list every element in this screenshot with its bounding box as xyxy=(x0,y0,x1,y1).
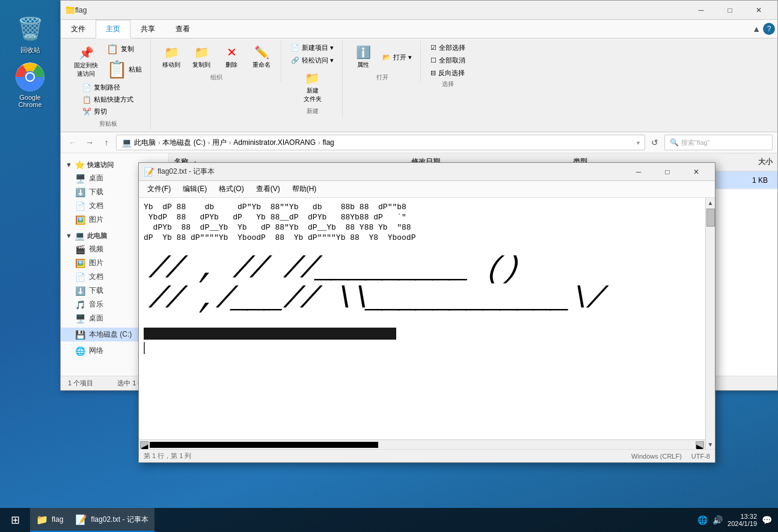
sidebar-pics-label: 图片 xyxy=(89,215,103,225)
taskbar-notepad-label: flag02.txt - 记事本 xyxy=(91,515,148,525)
deselect-all-icon: ☐ xyxy=(430,57,436,64)
sidebar-video-label: 视频 xyxy=(89,244,103,254)
deselect-all-button[interactable]: ☐ 全部取消 xyxy=(427,55,469,66)
menu-format[interactable]: 格式(O) xyxy=(213,182,250,196)
properties-button[interactable]: ℹ️ 属性 xyxy=(349,43,378,72)
chrome-icon[interactable]: Google Chrome xyxy=(6,60,54,111)
copy-path-button[interactable]: 📄 复制路径 xyxy=(79,82,137,93)
tab-share[interactable]: 共享 xyxy=(130,20,165,38)
cdrive-icon: 💾 xyxy=(75,330,85,340)
start-button[interactable]: ⊞ xyxy=(0,508,30,532)
notepad-encoding: Windows (CRLF) xyxy=(631,453,682,460)
address-bar[interactable]: 💻 此电脑 › 本地磁盘 (C:) › 用户 › Administrator.X… xyxy=(116,135,645,150)
path-dropdown-icon[interactable]: ▾ xyxy=(637,139,640,146)
ascii-line3: dPYb 88 dP__Yb Yb dP 88"Yb dP__Yb 88 Y88… xyxy=(144,223,700,233)
taskbar-notepad-icon: 📝 xyxy=(75,514,87,525)
scroll-down-arrow[interactable]: ▼ xyxy=(706,439,715,449)
notepad-charset: UTF-8 xyxy=(691,453,710,460)
rename-button[interactable]: ✏️ 重命名 xyxy=(247,43,276,72)
h-scroll-right[interactable]: ▶ xyxy=(696,441,704,448)
taskbar-tray: 🌐 🔊 13:32 2024/1/19 💬 xyxy=(691,513,778,527)
clock[interactable]: 13:32 2024/1/19 xyxy=(727,513,757,527)
notepad-textarea[interactable]: Yb dP 88 db dP"Yb 88""Yb db 88b 88 dP""b… xyxy=(139,198,705,439)
taskbar-explorer-icon: 📁 xyxy=(36,514,48,525)
ascii-line2: YbdP 88 dPYb dP Yb 88__dP dPYb 88Yb88 dP… xyxy=(144,213,700,223)
scroll-up-arrow[interactable]: ▲ xyxy=(706,198,715,207)
start-icon: ⊞ xyxy=(11,513,20,527)
back-button[interactable]: ← xyxy=(66,135,80,150)
move-button[interactable]: 📁 移动到 xyxy=(157,43,186,72)
path-flag: flag xyxy=(322,138,334,147)
pics2-icon: 🖼️ xyxy=(75,258,85,268)
scroll-thumb[interactable] xyxy=(706,209,715,227)
new-buttons: 📄 新建项目 ▾ 🔗 轻松访问 ▾ xyxy=(287,42,337,66)
new-group: 📄 新建项目 ▾ 🔗 轻松访问 ▾ 📁 新建文件夹 新建 xyxy=(283,41,343,117)
easy-access-button[interactable]: 🔗 轻松访问 ▾ xyxy=(287,55,337,66)
maximize-button[interactable]: □ xyxy=(716,1,744,20)
menu-file[interactable]: 文件(F) xyxy=(141,182,177,196)
refresh-button[interactable]: ↺ xyxy=(648,135,662,150)
new-item-button[interactable]: 📄 新建项目 ▾ xyxy=(287,42,337,54)
cut-button[interactable]: ✂️ 剪切 xyxy=(79,106,137,117)
up-button[interactable]: ↑ xyxy=(99,135,114,150)
notepad-minimize-button[interactable]: ─ xyxy=(625,162,652,182)
paste-button[interactable]: 📋 粘贴 xyxy=(103,57,145,82)
recycle-bin-icon[interactable]: 🗑️ 回收站 xyxy=(6,12,54,57)
taskbar-explorer[interactable]: 📁 flag xyxy=(30,508,69,532)
open-buttons: ℹ️ 属性 📂 打开 ▾ xyxy=(349,42,415,72)
close-button[interactable]: ✕ xyxy=(745,1,773,20)
search-placeholder: 搜索"flag" xyxy=(681,138,710,147)
sidebar-docs-label: 文档 xyxy=(89,201,103,211)
paste-shortcut-button[interactable]: 📋 粘贴快捷方式 xyxy=(79,94,137,105)
paste-label: 粘贴 xyxy=(129,65,142,74)
new-folder-button[interactable]: 📁 新建文件夹 xyxy=(298,69,327,106)
network-tray-icon[interactable]: 🌐 xyxy=(697,515,708,525)
desktop2-icon: 🖥️ xyxy=(75,314,85,323)
menu-help[interactable]: 帮助(H) xyxy=(286,182,323,196)
tab-view[interactable]: 查看 xyxy=(165,20,200,38)
copy-button[interactable]: 📋 复制 xyxy=(103,42,145,56)
clipboard-small-btns: 📄 复制路径 📋 粘贴快捷方式 ✂️ 剪切 xyxy=(79,82,137,117)
ribbon: 文件 主页 共享 查看 ▲ ? 📌 固定到快速访问 xyxy=(61,20,777,132)
volume-tray-icon[interactable]: 🔊 xyxy=(712,515,723,525)
copy-to-button[interactable]: 📁 复制到 xyxy=(187,43,216,72)
item-count: 1 个项目 xyxy=(68,379,93,388)
clipboard-label: 剪贴板 xyxy=(99,120,117,128)
notepad-vscrollbar[interactable]: ▲ ▼ xyxy=(705,198,715,449)
h-scroll-thumb[interactable] xyxy=(150,442,378,448)
properties-icon: ℹ️ xyxy=(356,45,371,60)
paste-icon: 📋 xyxy=(106,60,127,79)
h-scroll-left[interactable]: ◀ xyxy=(140,441,149,448)
sidebar-pics2-label: 图片 xyxy=(89,258,103,268)
pin-button[interactable]: 📌 固定到快速访问 xyxy=(70,43,102,81)
recycle-bin-img: 🗑️ xyxy=(16,14,44,43)
search-box[interactable]: 🔍 搜索"flag" xyxy=(664,135,773,150)
notepad-maximize-button[interactable]: □ xyxy=(654,162,681,182)
notepad-close-button[interactable]: ✕ xyxy=(682,162,710,182)
delete-button[interactable]: ✕ 删除 xyxy=(217,43,246,72)
menu-edit[interactable]: 编辑(E) xyxy=(177,182,213,196)
properties-label: 属性 xyxy=(357,61,369,69)
menu-view[interactable]: 查看(V) xyxy=(250,182,286,196)
paste-shortcut-label: 粘贴快捷方式 xyxy=(94,95,133,104)
taskbar-notepad[interactable]: 📝 flag02.txt - 记事本 xyxy=(69,508,154,532)
clock-time: 13:32 xyxy=(740,513,757,520)
ribbon-collapse-icon[interactable]: ▲ xyxy=(752,24,761,34)
minimize-button[interactable]: ─ xyxy=(687,1,715,20)
path-pc: 此电脑 xyxy=(134,138,156,148)
notepad-hscrollbar[interactable]: ◀ ▶ xyxy=(139,439,705,449)
help-icon[interactable]: ? xyxy=(763,23,775,35)
cursor-bar xyxy=(144,342,145,354)
forward-button[interactable]: → xyxy=(82,135,97,150)
select-all-button[interactable]: ☑ 全部选择 xyxy=(427,42,469,54)
tab-file[interactable]: 文件 xyxy=(61,20,96,38)
new-folder-icon: 📁 xyxy=(305,71,320,85)
invert-select-button[interactable]: ⊟ 反向选择 xyxy=(427,67,469,79)
notification-icon[interactable]: 💬 xyxy=(762,515,772,525)
col-size-label: 大小 xyxy=(758,157,773,166)
notepad-titlebar: 📝 flag02.txt - 记事本 ─ □ ✕ xyxy=(139,163,715,181)
organize-group: 📁 移动到 📁 复制到 ✕ 删除 ✏️ 重命 xyxy=(152,41,281,83)
select-group: ☑ 全部选择 ☐ 全部取消 ⊟ 反向选择 选择 xyxy=(422,41,474,90)
open-button[interactable]: 📂 打开 ▾ xyxy=(379,52,415,63)
tab-home[interactable]: 主页 xyxy=(96,20,130,38)
